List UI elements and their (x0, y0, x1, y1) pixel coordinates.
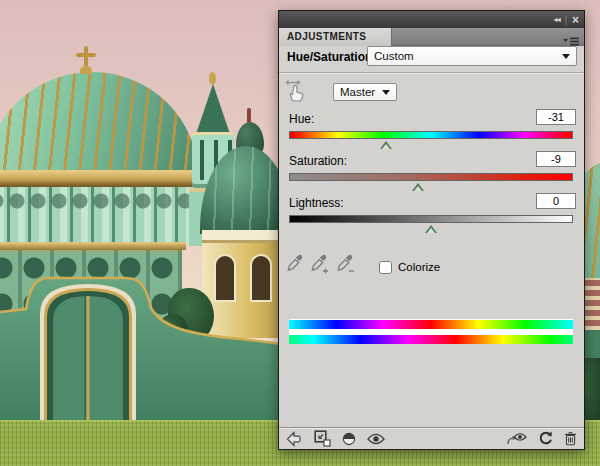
lightness-label: Lightness: (289, 196, 344, 210)
hue-slider-marker[interactable] (380, 141, 392, 149)
photo-cross-bar (76, 53, 96, 57)
saturation-slider-marker[interactable] (412, 183, 424, 191)
toggle-visibility-eye-icon[interactable] (367, 433, 385, 445)
delete-adjustment-trash-icon[interactable] (564, 431, 577, 446)
spectrum-after-bar (289, 335, 573, 344)
eyedropper-icon[interactable] (287, 254, 304, 278)
separator (279, 72, 584, 74)
reset-adjustment-icon[interactable] (538, 431, 553, 446)
photo-drum-trim (0, 242, 186, 250)
targeted-adjustment-tool-icon[interactable] (285, 78, 307, 106)
collapse-to-icons-button[interactable]: ◂◂ (554, 15, 560, 24)
hue-value-input[interactable] (536, 109, 576, 125)
spectrum-before-bar (289, 320, 573, 329)
photo-tower-spire (196, 84, 230, 134)
panel-content: Hue/Saturation Custom Master Hue: (279, 46, 584, 449)
panel-titlebar: ◂◂ | × (279, 11, 584, 28)
photo-dome-finial (80, 66, 92, 74)
colorize-label[interactable]: Colorize (398, 261, 440, 273)
adjustment-preview-icon[interactable] (342, 432, 356, 446)
preset-value: Custom (374, 50, 562, 62)
close-icon[interactable]: × (572, 14, 579, 26)
colorize-checkbox[interactable] (379, 261, 392, 274)
clip-to-layer-button[interactable] (314, 430, 331, 447)
photo-gold-band (0, 170, 198, 187)
saturation-value-input[interactable] (536, 151, 576, 167)
return-to-adjustment-list-button[interactable] (286, 431, 303, 447)
photo-tower-finial (209, 72, 216, 85)
adjustments-panel: ◂◂ | × ADJUSTMENTS Hue/Saturation Custom (278, 10, 585, 450)
lightness-slider-bar[interactable] (289, 215, 573, 223)
saturation-label: Saturation: (289, 154, 347, 168)
preset-dropdown[interactable]: Custom (367, 46, 577, 66)
hue-slider-bar[interactable] (289, 131, 573, 139)
tab-adjustments[interactable]: ADJUSTMENTS (279, 28, 392, 46)
photo-green-wall-and-gate (0, 272, 300, 440)
chevron-down-icon (382, 90, 390, 95)
add-to-sample-eyedropper-icon[interactable] (311, 254, 330, 278)
view-previous-state-icon[interactable] (506, 432, 527, 445)
saturation-slider-bar[interactable] (289, 173, 573, 181)
chevron-down-icon (562, 54, 570, 59)
adjustment-title: Hue/Saturation (287, 50, 372, 64)
subtract-from-sample-eyedropper-icon[interactable] (337, 254, 356, 278)
hue-label: Hue: (289, 112, 314, 126)
photo-dome-drum (0, 187, 192, 243)
photoshop-workspace: ◂◂ | × ADJUSTMENTS Hue/Saturation Custom (0, 0, 600, 466)
channel-value: Master (340, 86, 382, 98)
lightness-slider-marker[interactable] (425, 225, 437, 233)
titlebar-divider: | (565, 15, 567, 25)
channel-dropdown[interactable]: Master (333, 83, 397, 101)
lightness-value-input[interactable] (536, 193, 576, 209)
panel-toolbar (279, 427, 584, 449)
panel-tabstrip: ADJUSTMENTS (279, 28, 584, 46)
